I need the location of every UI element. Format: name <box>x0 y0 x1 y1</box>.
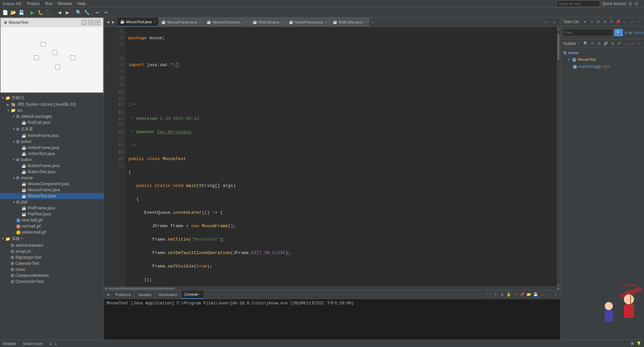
debug-btn[interactable]: 🐛 <box>37 9 44 16</box>
minimize-editor-btn[interactable]: — <box>543 18 550 26</box>
task-settings-btn[interactable]: ⚙ <box>608 19 614 25</box>
terminate-btn[interactable]: ⬛ <box>486 292 492 298</box>
tree-item-src[interactable]: ▼ 📁 src <box>0 107 104 113</box>
tree-item-pkg-names[interactable]: ▼ ⊞ 点名器 <box>0 126 104 133</box>
tree-item-actionframe[interactable]: ☕ ActionFrame.java <box>0 145 104 151</box>
checkbox-4[interactable] <box>70 55 75 60</box>
tree-item-shiyan11[interactable]: ▼ 📁 实验11 <box>0 94 104 101</box>
outline-expand-btn[interactable]: ⊞ <box>596 41 602 47</box>
tree-item-nameframe[interactable]: ☕ NameFrame.java <box>0 133 104 139</box>
pin-btn[interactable]: 📌 <box>519 292 525 298</box>
tree-item-jre[interactable]: ▶ 📚 JRE System Library [JavaSE-10] <box>0 101 104 107</box>
tab-close-rollcall[interactable]: × <box>281 20 283 24</box>
task-maximize-btn[interactable]: □ <box>629 19 635 25</box>
hscroll-thumb[interactable] <box>108 288 175 290</box>
settings-icon[interactable]: ⚙ <box>634 1 639 6</box>
console-close-icon[interactable]: × <box>199 293 200 296</box>
tab-rollcaller[interactable]: ☕ RollCaller.java × <box>330 17 369 27</box>
menu-run[interactable]: Run <box>42 1 55 6</box>
word-wrap-btn[interactable]: ↵ <box>513 292 519 298</box>
scroll-lock-btn[interactable]: 🔒 <box>506 292 512 298</box>
forward-btn[interactable]: ▶ <box>64 9 71 16</box>
menu-help[interactable]: Help <box>75 1 89 6</box>
menu-project[interactable]: Project <box>24 1 42 6</box>
tree-item-pkg-button[interactable]: ▼ ⊞ button <box>0 157 104 163</box>
code-editor[interactable]: package mouse; import java.awt.*; /** * … <box>126 27 557 287</box>
minimize-bottom-btn[interactable]: — <box>539 292 545 298</box>
tree-item-compoundinterest[interactable]: ⊞ CompoundInterest <box>0 272 104 279</box>
tab-problems[interactable]: Problems <box>112 290 135 299</box>
tab-scroll-right[interactable]: ▶ <box>111 19 116 25</box>
tree-item-mousecomponent[interactable]: ☕ MouseComponent.java <box>0 181 104 187</box>
navigate-next-btn[interactable]: ↪ <box>102 9 109 16</box>
remove-btn[interactable]: ✕ <box>492 292 498 298</box>
mouse-window-body[interactable] <box>1 27 103 92</box>
checkbox-5[interactable] <box>55 65 60 69</box>
checkbox-3[interactable] <box>34 55 39 60</box>
tree-item-clone[interactable]: ⊞ clone <box>0 266 104 272</box>
maximize-btn[interactable]: □ <box>88 20 94 25</box>
bottom-left-icon[interactable]: ▶ <box>105 292 112 297</box>
open-btn[interactable]: 📂 <box>9 9 17 16</box>
tree-item-pkg-mouse[interactable]: ▼ ⊞ mouse <box>0 175 104 181</box>
maximize-editor-btn[interactable]: □ <box>551 18 558 26</box>
open-console-btn[interactable]: 📂 <box>526 292 532 298</box>
tab-overflow[interactable]: » <box>369 20 376 24</box>
tree-item-yellow-ball[interactable]: ⬤ yellow-ball.gif <box>0 229 104 235</box>
task-filter-btn[interactable]: ▼ <box>582 19 588 25</box>
outline-hide-btn[interactable]: 👁 <box>609 41 615 47</box>
clear-console-btn[interactable]: 🗑 <box>499 292 505 298</box>
task-close-btn[interactable]: × <box>635 19 641 25</box>
refactor-btn[interactable]: 🔧 <box>83 9 90 16</box>
tree-item-pkg-action[interactable]: ▼ ⊞ action <box>0 139 104 145</box>
outline-collapse-btn[interactable]: ⊟ <box>589 41 595 47</box>
perspectives-icon[interactable]: ⊞ <box>628 1 632 6</box>
tree-item-mouseframe[interactable]: ☕ MouseFrame.java <box>0 187 104 193</box>
stop-btn[interactable]: ⬛ <box>45 9 52 16</box>
checkbox-2[interactable] <box>53 50 57 55</box>
outline-settings-btn[interactable]: ⚙ <box>616 41 622 47</box>
tree-item-buttontest[interactable]: ☕ ButtonTest.java <box>0 169 104 175</box>
new-btn[interactable]: 📄 <box>1 9 9 16</box>
tab-close-mouseframe[interactable]: × <box>199 20 201 24</box>
close-bottom-btn[interactable]: × <box>553 292 559 298</box>
task-all-label[interactable]: All <box>624 31 628 35</box>
tree-item-calendartest[interactable]: ⊞ CalendarTest <box>0 260 104 266</box>
search-btn[interactable]: 🔍 <box>75 9 82 16</box>
save-btn[interactable]: 💾 <box>17 9 25 16</box>
quick-access-input[interactable] <box>556 0 600 7</box>
tree-item-abstractclasses[interactable]: ⊞ abstractclasses <box>0 242 104 248</box>
task-refresh-btn[interactable]: ↺ <box>588 19 594 25</box>
editor-vscroll[interactable]: ▲ ▼ <box>557 27 560 287</box>
tab-mousetest[interactable]: ☕ MouseTest.java × <box>117 17 159 27</box>
tree-item-actiontest[interactable]: ☕ ActionTest.java <box>0 151 104 157</box>
tree-item-rollcall[interactable]: ☕ RollCall.java <box>0 119 104 126</box>
scroll-left-btn[interactable]: ◀ <box>104 287 107 290</box>
tree-item-mousetest[interactable]: ☕ MouseTest.java <box>0 193 104 199</box>
outline-main-method[interactable]: m main(String[]) : void <box>562 63 643 70</box>
tree-item-plafframe[interactable]: ☕ PlafFrame.java <box>0 205 104 211</box>
task-minimize-btn[interactable]: — <box>622 19 628 25</box>
tree-item-arraylist[interactable]: ⊞ arrayList <box>0 248 104 254</box>
scroll-down-btn[interactable]: ▼ <box>557 283 560 287</box>
tree-item-shiyanyi[interactable]: ▼ 📁 实验一 <box>0 235 104 242</box>
navigate-prev-btn[interactable]: ↩ <box>94 9 101 16</box>
tab-console[interactable]: Console × <box>181 290 204 299</box>
save-console-btn[interactable]: 💾 <box>533 292 539 298</box>
tab-rollcall[interactable]: ☕ RollCall.java × <box>250 17 286 27</box>
tab-close-nameframe[interactable]: × <box>325 20 327 24</box>
task-expand-btn[interactable]: ⊞ <box>602 19 608 25</box>
vscroll-thumb[interactable] <box>557 34 559 60</box>
tree-item-blue-ball[interactable]: ⬤ blue-ball.gif <box>0 217 104 223</box>
outline-link-btn[interactable]: 🔗 <box>603 41 609 47</box>
outline-filter-btn[interactable]: 🔍 <box>583 41 589 47</box>
task-pin-btn[interactable]: 📌 <box>615 19 621 25</box>
tab-mouseframe[interactable]: ☕ MouseFrame.java × <box>159 17 204 27</box>
tree-item-default-pkg[interactable]: ▼ ⊞ (default package) <box>0 113 104 119</box>
outline-close-btn[interactable]: × <box>636 41 642 47</box>
task-find-input[interactable] <box>563 29 613 36</box>
editor-hscroll[interactable]: ◀ ▶ <box>104 287 560 290</box>
run-btn[interactable]: ▶ <box>29 9 36 16</box>
menu-window[interactable]: Window <box>55 1 75 6</box>
tree-item-biginteger[interactable]: ⊞ BigIntegerTest <box>0 254 104 260</box>
